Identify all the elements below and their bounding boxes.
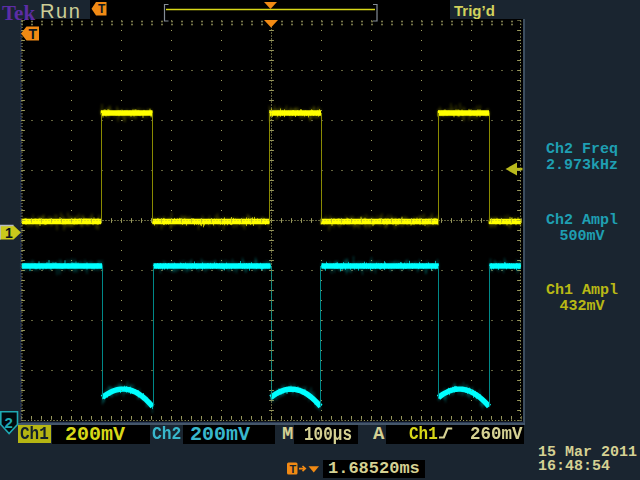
svg-text:T: T <box>98 2 106 16</box>
svg-text:2: 2 <box>5 414 13 431</box>
svg-text:T: T <box>290 463 297 475</box>
svg-text:1: 1 <box>5 225 13 241</box>
svg-text:T: T <box>29 26 38 42</box>
